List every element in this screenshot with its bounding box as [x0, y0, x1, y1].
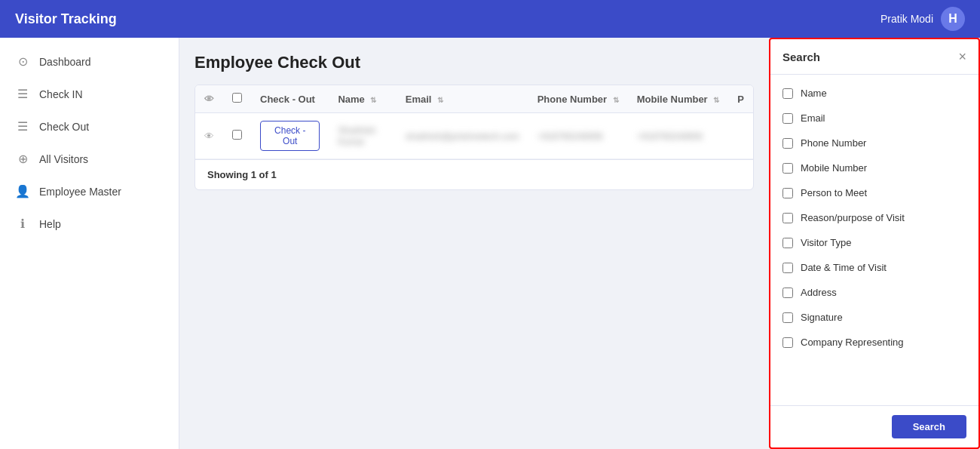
main-content: Employee Check Out 👁 Check - Out Name	[179, 38, 769, 449]
search-option-address[interactable]: Address	[770, 280, 978, 305]
search-option-signature[interactable]: Signature	[770, 305, 978, 330]
checkbox-person_to_meet[interactable]	[782, 188, 793, 198]
label-signature: Signature	[801, 312, 843, 323]
sidebar-item-checkin[interactable]: ☰ Check IN	[0, 78, 179, 110]
table-row: 👁 Check - Out Shubhish Kumar shubhish@pr…	[195, 113, 753, 159]
label-address: Address	[801, 287, 837, 298]
row-eye: 👁	[195, 113, 223, 159]
sidebar-item-all-visitors[interactable]: ⊕ All Visitors	[0, 143, 179, 175]
app-title: Visitor Tracking	[15, 11, 117, 27]
search-panel-close-button[interactable]: ×	[958, 50, 966, 63]
sidebar-item-checkout[interactable]: ☰ Check Out	[0, 110, 179, 143]
col-select	[223, 85, 251, 113]
row-name: Shubhish Kumar	[329, 113, 396, 159]
sidebar-item-label: Check IN	[39, 88, 83, 100]
search-option-visitor_type[interactable]: Visitor Type	[770, 230, 978, 255]
employee-icon: 👤	[15, 184, 30, 198]
label-email: Email	[801, 112, 825, 124]
row-phone: +918760240656	[528, 113, 628, 159]
search-panel-title: Search	[782, 51, 820, 63]
checkout-button[interactable]: Check - Out	[260, 121, 320, 151]
sidebar: ⊙ Dashboard ☰ Check IN ☰ Check Out ⊕ All…	[0, 38, 179, 449]
dashboard-icon: ⊙	[15, 54, 30, 69]
table-header-row: 👁 Check - Out Name ⇅ Email ⇅	[195, 85, 753, 113]
checkbox-address[interactable]	[782, 288, 793, 298]
sidebar-item-help[interactable]: ℹ Help	[0, 208, 179, 240]
label-name: Name	[801, 88, 827, 99]
help-icon: ℹ	[15, 217, 30, 231]
page-title: Employee Check Out	[194, 53, 754, 72]
sidebar-item-label: Help	[39, 218, 61, 230]
search-option-person_to_meet[interactable]: Person to Meet	[770, 180, 978, 205]
app-header: Visitor Tracking Pratik Modi H	[0, 0, 980, 38]
search-option-email[interactable]: Email	[770, 106, 978, 131]
search-option-date_time[interactable]: Date & Time of Visit	[770, 255, 978, 280]
col-checkout: Check - Out	[251, 85, 329, 113]
search-panel: Search × NameEmailPhone NumberMobile Num…	[769, 38, 980, 449]
row-extra	[728, 113, 753, 159]
col-more: P	[728, 85, 753, 113]
label-date_time: Date & Time of Visit	[801, 262, 887, 273]
visitors-icon: ⊕	[15, 152, 30, 166]
col-name: Name ⇅	[329, 85, 396, 113]
col-mobile: Mobile Number ⇅	[628, 85, 729, 113]
col-eye: 👁	[195, 85, 223, 113]
sidebar-item-employee-master[interactable]: 👤 Employee Master	[0, 175, 179, 208]
phone-sort-icon: ⇅	[613, 96, 619, 104]
employee-checkout-table: 👁 Check - Out Name ⇅ Email ⇅	[195, 85, 753, 159]
sidebar-item-label: Check Out	[39, 121, 89, 133]
name-sort-icon: ⇅	[370, 96, 376, 104]
checkin-icon: ☰	[15, 87, 30, 101]
checkbox-signature[interactable]	[782, 312, 793, 323]
user-name: Pratik Modi	[880, 13, 933, 25]
search-submit-button[interactable]: Search	[892, 415, 966, 438]
label-person_to_meet: Person to Meet	[801, 187, 867, 198]
checkbox-reason_purpose[interactable]	[782, 213, 793, 223]
label-reason_purpose: Reason/purpose of Visit	[801, 212, 905, 223]
row-email: shubhish@pristrivetech.com	[397, 113, 528, 159]
label-company_representing: Company Representing	[801, 337, 904, 348]
label-phone_number: Phone Number	[801, 137, 866, 149]
checkbox-phone_number[interactable]	[782, 138, 793, 149]
row-checkbox[interactable]	[232, 130, 242, 140]
email-sort-icon: ⇅	[437, 96, 443, 104]
checkbox-name[interactable]	[782, 88, 793, 99]
sidebar-item-label: All Visitors	[39, 153, 88, 165]
checkbox-date_time[interactable]	[782, 263, 793, 273]
search-option-company_representing[interactable]: Company Representing	[770, 330, 978, 355]
search-options-list: NameEmailPhone NumberMobile NumberPerson…	[770, 75, 978, 405]
sidebar-item-label: Employee Master	[39, 186, 121, 198]
avatar: H	[941, 7, 965, 31]
sidebar-item-dashboard[interactable]: ⊙ Dashboard	[0, 45, 179, 78]
checkbox-visitor_type[interactable]	[782, 238, 793, 248]
search-panel-header: Search ×	[770, 39, 978, 75]
table-container: 👁 Check - Out Name ⇅ Email ⇅	[194, 85, 754, 190]
label-visitor_type: Visitor Type	[801, 237, 851, 248]
search-option-mobile_number[interactable]: Mobile Number	[770, 155, 978, 180]
search-option-reason_purpose[interactable]: Reason/purpose of Visit	[770, 205, 978, 230]
showing-count: Showing 1 of 1	[195, 159, 753, 189]
search-panel-footer: Search	[770, 405, 978, 447]
checkbox-company_representing[interactable]	[782, 337, 793, 348]
col-phone: Phone Number ⇅	[528, 85, 628, 113]
col-email: Email ⇅	[397, 85, 528, 113]
checkout-icon: ☰	[15, 119, 30, 134]
checkbox-mobile_number[interactable]	[782, 163, 793, 174]
row-select	[223, 113, 251, 159]
row-checkout-btn: Check - Out	[251, 113, 329, 159]
sidebar-item-label: Dashboard	[39, 56, 91, 68]
user-info: Pratik Modi H	[880, 7, 965, 31]
label-mobile_number: Mobile Number	[801, 162, 867, 174]
select-all-checkbox[interactable]	[232, 93, 242, 103]
checkbox-email[interactable]	[782, 113, 793, 124]
search-option-name[interactable]: Name	[770, 81, 978, 106]
row-mobile: +918760240656	[628, 113, 729, 159]
mobile-sort-icon: ⇅	[713, 96, 719, 104]
search-option-phone_number[interactable]: Phone Number	[770, 131, 978, 155]
